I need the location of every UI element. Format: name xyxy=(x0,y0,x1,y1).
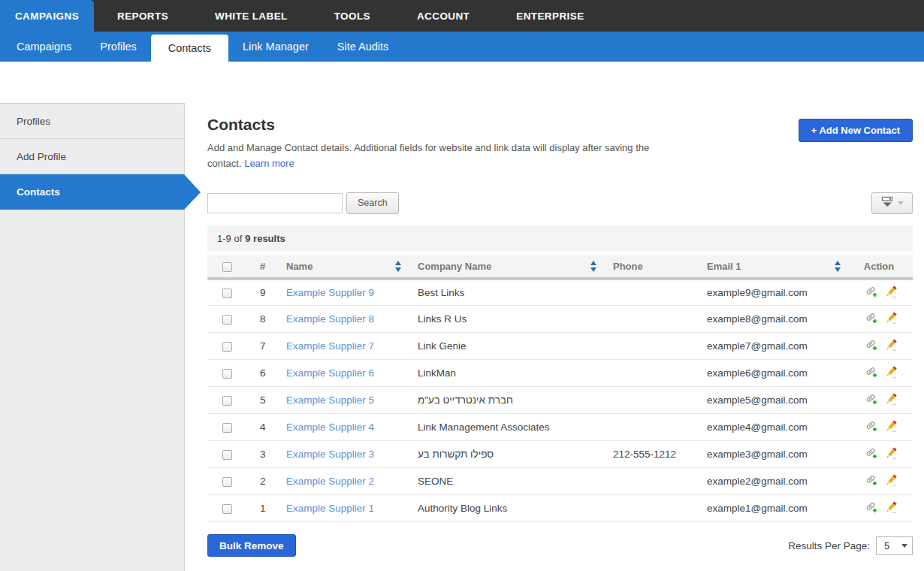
edit-pencil-icon[interactable] xyxy=(885,312,897,326)
company-name-cell: SEONE xyxy=(410,468,605,495)
row-number: 7 xyxy=(245,333,279,360)
content-area: Profiles Add Profile Contacts Contacts A… xyxy=(0,103,924,571)
company-name-cell: חברת אינטרדייט בע"מ xyxy=(410,387,605,414)
phone-cell xyxy=(605,306,696,333)
edit-pencil-icon[interactable] xyxy=(885,393,897,407)
email-cell: example3@gmail.com xyxy=(696,441,850,468)
phone-cell xyxy=(605,360,696,387)
sidebar-item-label: Add Profile xyxy=(17,151,66,162)
add-link-icon[interactable] xyxy=(865,393,878,407)
contact-name-link[interactable]: Example Supplier 8 xyxy=(286,313,374,325)
phone-cell xyxy=(605,279,696,306)
nav-label: TOOLS xyxy=(334,11,370,22)
company-name-cell: Best Links xyxy=(410,279,605,306)
row-number: 4 xyxy=(245,414,279,441)
edit-pencil-icon[interactable] xyxy=(885,339,897,353)
learn-more-link[interactable]: Learn more xyxy=(244,158,294,169)
contact-name-link[interactable]: Example Supplier 5 xyxy=(286,394,374,406)
edit-pencil-icon[interactable] xyxy=(885,366,897,380)
tab-site-audits[interactable]: Site Audits xyxy=(323,32,403,62)
add-link-icon[interactable] xyxy=(865,286,878,300)
add-new-contact-button[interactable]: + Add New Contact xyxy=(799,119,913,142)
tab-profiles[interactable]: Profiles xyxy=(86,32,150,62)
row-number: 1 xyxy=(245,495,279,522)
contact-name-link[interactable]: Example Supplier 4 xyxy=(286,421,374,433)
row-number: 2 xyxy=(245,468,279,495)
edit-pencil-icon[interactable] xyxy=(885,474,897,488)
results-per-page-label: Results Per Page: xyxy=(788,540,870,551)
contact-name-link[interactable]: Example Supplier 2 xyxy=(286,476,374,487)
tab-link-manager[interactable]: Link Manager xyxy=(228,32,323,62)
add-link-icon[interactable] xyxy=(865,474,878,488)
edit-pencil-icon[interactable] xyxy=(885,447,897,461)
sort-arrows-icon[interactable] xyxy=(590,261,596,272)
results-per-page-value: 5 xyxy=(884,540,889,551)
add-link-icon[interactable] xyxy=(865,339,878,353)
select-all-header[interactable] xyxy=(207,255,245,279)
row-checkbox[interactable] xyxy=(222,504,232,514)
add-link-icon[interactable] xyxy=(865,312,878,326)
column-header-phone[interactable]: Phone xyxy=(605,255,696,279)
edit-pencil-icon[interactable] xyxy=(885,420,897,434)
company-name-cell: LinkMan xyxy=(410,360,605,387)
row-checkbox[interactable] xyxy=(222,477,232,487)
nav-item-reports[interactable]: REPORTS xyxy=(94,0,192,32)
column-header-email[interactable]: Email 1 xyxy=(696,255,850,279)
table-row: 3 Example Supplier 3 ספילו תקשרות בע 212… xyxy=(207,441,913,468)
add-link-icon[interactable] xyxy=(865,501,878,515)
company-name-cell: Link Genie xyxy=(410,333,605,360)
nav-item-enterprise[interactable]: ENTERPRISE xyxy=(493,0,607,32)
email-cell: example6@gmail.com xyxy=(696,360,850,387)
main-panel: Contacts Add and Manage Contact details.… xyxy=(185,103,924,571)
contact-name-link[interactable]: Example Supplier 9 xyxy=(286,287,374,298)
contact-name-link[interactable]: Example Supplier 7 xyxy=(286,340,374,352)
add-link-icon[interactable] xyxy=(865,447,878,461)
column-header-name[interactable]: Name xyxy=(279,255,410,279)
row-checkbox[interactable] xyxy=(222,450,232,460)
phone-cell: 212-555-1212 xyxy=(605,441,696,468)
nav-label: WHITE LABEL xyxy=(215,11,288,22)
add-link-icon[interactable] xyxy=(865,366,878,380)
row-checkbox[interactable] xyxy=(222,423,232,433)
email-cell: example2@gmail.com xyxy=(696,468,850,495)
email-cell: example4@gmail.com xyxy=(696,414,850,441)
nav-item-white-label[interactable]: WHITE LABEL xyxy=(192,0,311,32)
tab-label: Site Audits xyxy=(337,41,389,53)
export-dropdown-icon xyxy=(881,196,894,210)
contact-name-link[interactable]: Example Supplier 6 xyxy=(286,367,374,379)
add-link-icon[interactable] xyxy=(865,420,878,434)
contact-name-link[interactable]: Example Supplier 3 xyxy=(286,449,374,460)
contact-name-link[interactable]: Example Supplier 1 xyxy=(286,503,374,514)
sidebar-item-profiles[interactable]: Profiles xyxy=(0,104,184,139)
row-checkbox[interactable] xyxy=(222,369,232,379)
row-checkbox[interactable] xyxy=(222,342,232,352)
row-checkbox[interactable] xyxy=(222,315,232,325)
select-all-checkbox[interactable] xyxy=(222,262,232,272)
search-input[interactable] xyxy=(207,193,343,213)
sort-arrows-icon[interactable] xyxy=(395,261,401,272)
nav-label: CAMPAIGNS xyxy=(15,11,79,22)
search-button[interactable]: Search xyxy=(346,192,399,214)
tab-contacts[interactable]: Contacts xyxy=(151,35,228,62)
nav-item-tools[interactable]: TOOLS xyxy=(311,0,394,32)
row-checkbox[interactable] xyxy=(222,289,232,298)
row-checkbox[interactable] xyxy=(222,396,232,406)
sidebar: Profiles Add Profile Contacts xyxy=(0,103,185,571)
table-row: 2 Example Supplier 2 SEONE example2@gmai… xyxy=(207,468,913,495)
results-total: 9 results xyxy=(245,233,285,244)
edit-pencil-icon[interactable] xyxy=(885,286,897,300)
edit-pencil-icon[interactable] xyxy=(885,501,897,515)
column-header-company[interactable]: Company Name xyxy=(410,255,605,279)
filter-dropdown-button[interactable] xyxy=(871,192,913,214)
sidebar-item-contacts[interactable]: Contacts xyxy=(0,174,184,210)
results-per-page-select[interactable]: 5 xyxy=(876,536,913,555)
contacts-table: # Name Company Name Phone Email 1 xyxy=(207,255,913,523)
bulk-remove-button[interactable]: Bulk Remove xyxy=(207,534,296,557)
nav-item-campaigns[interactable]: CAMPAIGNS xyxy=(0,0,94,32)
sort-arrows-icon[interactable] xyxy=(835,261,841,272)
nav-item-account[interactable]: ACCOUNT xyxy=(394,0,493,32)
sidebar-item-label: Profiles xyxy=(17,116,50,127)
tab-campaigns[interactable]: Campaigns xyxy=(2,32,86,62)
column-header-number[interactable]: # xyxy=(245,255,279,279)
sidebar-item-add-profile[interactable]: Add Profile xyxy=(0,139,184,174)
